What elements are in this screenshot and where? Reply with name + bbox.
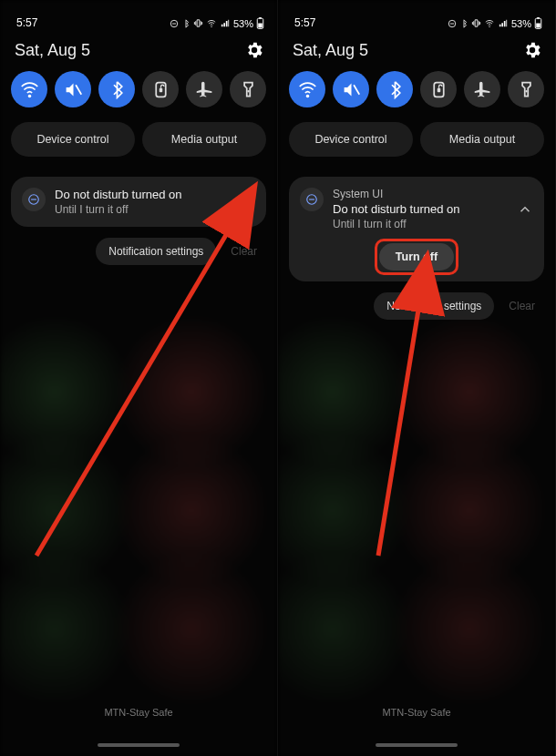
svg-rect-15	[450, 23, 454, 24]
notification-subtitle: Until I turn it off	[333, 218, 508, 230]
svg-rect-1	[172, 23, 176, 24]
media-output-label: Media output	[449, 133, 515, 146]
qs-mute[interactable]	[55, 71, 91, 107]
notification-settings-button[interactable]: Notification settings	[374, 292, 494, 320]
dnd-icon	[300, 188, 324, 211]
vibrate-icon	[193, 18, 203, 28]
chevron-up-icon[interactable]	[517, 201, 533, 218]
notification-title: Do not disturb turned on	[55, 188, 230, 201]
notification-settings-button[interactable]: Notification settings	[96, 238, 216, 265]
status-bar: 5:57 53%	[278, 0, 555, 31]
device-control-label: Device control	[36, 133, 108, 146]
date-label: Sat, Aug 5	[15, 41, 90, 60]
qs-bluetooth[interactable]	[98, 71, 135, 107]
dnd-status-icon	[170, 19, 179, 28]
qs-rotation-lock[interactable]	[420, 71, 457, 107]
carrier-label: MTN-Stay Safe	[278, 707, 555, 718]
qs-flashlight[interactable]	[230, 71, 266, 107]
battery-pct: 53%	[511, 18, 531, 29]
media-output-pill[interactable]: Media output	[420, 122, 544, 157]
quick-settings-row	[278, 66, 555, 113]
svg-point-2	[211, 26, 211, 26]
svg-rect-9	[159, 87, 162, 91]
device-control-pill[interactable]: Device control	[289, 122, 413, 157]
bluetooth-status-icon	[459, 19, 468, 28]
signal-icon	[498, 19, 509, 28]
svg-rect-5	[258, 24, 263, 28]
gesture-bar[interactable]	[98, 743, 180, 747]
device-control-label: Device control	[314, 133, 386, 146]
gesture-bar[interactable]	[376, 743, 458, 747]
media-output-label: Media output	[171, 133, 237, 146]
vibrate-icon	[471, 18, 481, 28]
notif-footer-row: Notification settings Clear	[278, 281, 555, 320]
status-time: 5:57	[16, 16, 37, 29]
notif-footer-row: Notification settings Clear	[0, 227, 277, 265]
svg-line-7	[76, 85, 81, 95]
wifi-status-icon	[484, 19, 495, 28]
bluetooth-status-icon	[181, 19, 190, 28]
device-control-pill[interactable]: Device control	[11, 122, 135, 157]
qs-flashlight[interactable]	[508, 71, 544, 107]
date-label: Sat, Aug 5	[293, 41, 368, 60]
turn-off-button[interactable]: Turn off	[379, 243, 454, 271]
svg-rect-23	[437, 87, 440, 91]
gear-icon[interactable]	[522, 40, 542, 60]
dnd-status-icon	[448, 19, 457, 28]
dnd-notification-expanded[interactable]: System UI Do not disturb turned on Until…	[289, 177, 544, 281]
qs-airplane[interactable]	[464, 71, 500, 107]
svg-rect-19	[536, 24, 541, 28]
battery-icon	[256, 17, 264, 29]
left-screenshot: 5:57 53% Sat, Aug 5 Device control Media…	[0, 0, 278, 756]
status-time: 5:57	[294, 16, 315, 29]
qs-rotation-lock[interactable]	[142, 71, 179, 107]
notification-appname: System UI	[333, 188, 508, 200]
right-screenshot: 5:57 53% Sat, Aug 5 Device control Media…	[278, 0, 556, 756]
media-output-pill[interactable]: Media output	[142, 122, 266, 157]
svg-point-6	[27, 94, 31, 97]
battery-icon	[534, 17, 542, 29]
qs-bluetooth[interactable]	[376, 71, 413, 107]
svg-rect-18	[537, 17, 540, 18]
status-right: 53%	[170, 17, 264, 29]
svg-rect-4	[259, 17, 262, 18]
header-row: Sat, Aug 5	[278, 31, 555, 66]
gear-icon[interactable]	[244, 40, 264, 60]
dnd-notification-collapsed[interactable]: Do not disturb turned on Until I turn it…	[11, 177, 266, 227]
qs-airplane[interactable]	[186, 71, 222, 107]
svg-point-20	[305, 94, 309, 97]
notification-title: Do not disturb turned on	[333, 202, 508, 216]
svg-point-24	[525, 90, 527, 92]
clear-button[interactable]: Clear	[225, 240, 263, 263]
turn-off-label: Turn off	[396, 250, 438, 263]
signal-icon	[220, 19, 231, 28]
status-bar: 5:57 53%	[0, 0, 277, 31]
qs-wifi[interactable]	[289, 71, 325, 107]
smart-pills: Device control Media output	[0, 113, 277, 164]
carrier-label: MTN-Stay Safe	[0, 707, 277, 718]
wifi-status-icon	[206, 19, 217, 28]
clear-button[interactable]: Clear	[503, 294, 541, 318]
notification-subtitle: Until I turn it off	[55, 203, 230, 216]
qs-wifi[interactable]	[11, 71, 47, 107]
svg-line-21	[354, 85, 359, 95]
svg-point-10	[247, 90, 249, 92]
smart-pills: Device control Media output	[278, 113, 555, 164]
dnd-icon	[22, 188, 46, 211]
chevron-down-icon[interactable]	[239, 194, 255, 210]
qs-mute[interactable]	[333, 71, 369, 107]
header-row: Sat, Aug 5	[0, 31, 277, 66]
status-right: 53%	[448, 17, 542, 29]
battery-pct: 53%	[233, 18, 253, 29]
quick-settings-row	[0, 66, 277, 113]
svg-point-16	[489, 26, 489, 26]
